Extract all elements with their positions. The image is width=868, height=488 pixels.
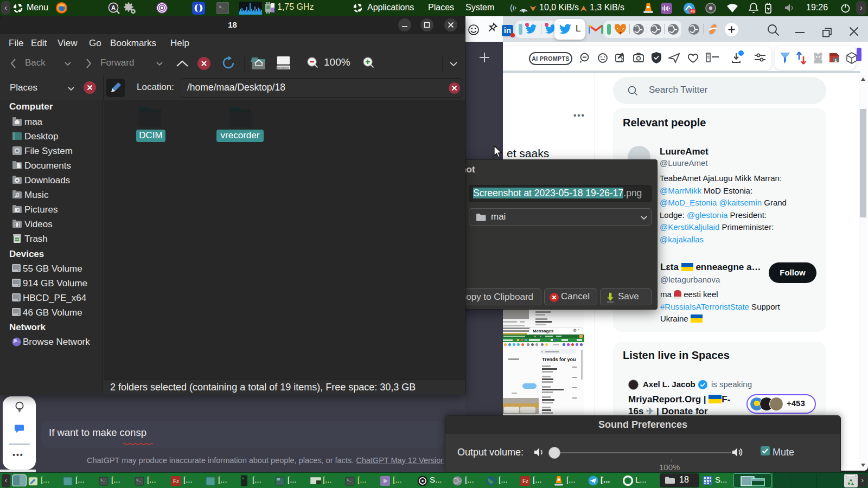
svg-text:>_: >_ <box>347 478 352 483</box>
svg-text:Fz: Fz <box>173 478 179 484</box>
svg-text:>_: >_ <box>136 478 141 483</box>
svg-text:A: A <box>111 4 116 11</box>
svg-text:>_: >_ <box>219 5 225 10</box>
svg-text:.48: .48 <box>690 9 695 13</box>
svg-text:1: 1 <box>834 58 837 63</box>
svg-text:>_: >_ <box>100 478 105 483</box>
svg-text:>: > <box>242 477 244 480</box>
svg-text:Fz: Fz <box>522 478 528 484</box>
